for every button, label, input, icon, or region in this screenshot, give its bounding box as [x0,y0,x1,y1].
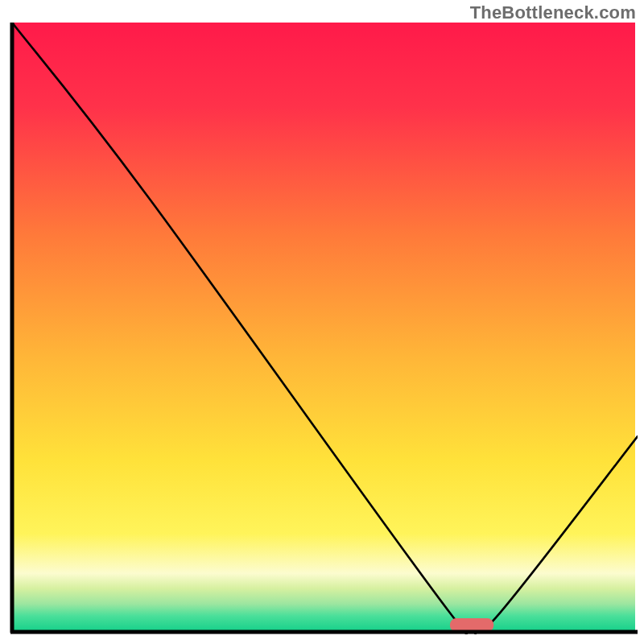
chart-plot [10,23,638,634]
minimum-marker [450,618,493,632]
watermark-label: TheBottleneck.com [470,2,636,23]
gradient-background [12,23,635,631]
figure-frame: TheBottleneck.com [0,0,644,644]
chart-svg [10,23,638,634]
